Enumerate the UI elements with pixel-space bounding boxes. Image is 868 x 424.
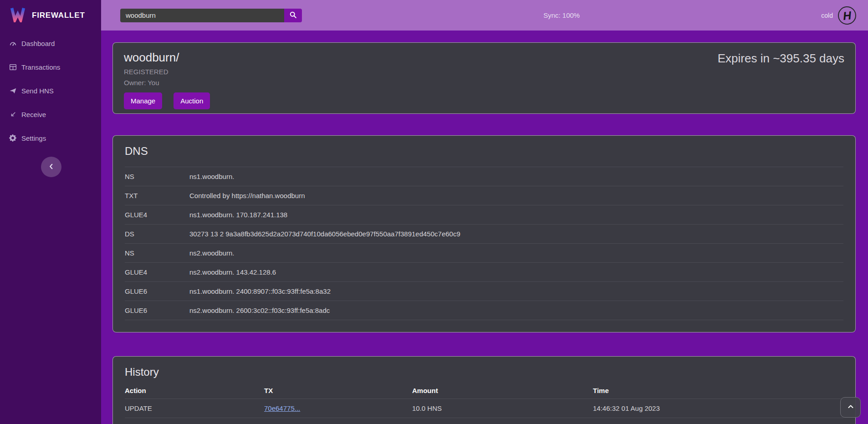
dns-record-row: GLUE4ns1.woodburn. 170.187.241.138 [125,205,843,225]
send-icon [9,87,17,95]
manage-button[interactable]: Manage [124,92,162,109]
wallet-name: cold [821,12,833,19]
receive-icon [9,111,17,118]
dns-record-value: ns1.woodburn. 170.187.241.138 [189,205,843,225]
sync-status: Sync: 100% [302,11,821,19]
main-content: woodburn/ REGISTERED Owner: You Manage A… [101,31,868,424]
dns-record-value: ns1.woodburn. 2400:8907::f03c:93ff:fe5a:… [189,282,843,301]
history-amount: 10.0 HNS [412,418,593,424]
dns-record-type: TXT [125,186,189,205]
history-time: 15:47:00 27 Jul 2023 [593,418,843,424]
sidebar-collapse-button[interactable] [41,157,61,177]
domain-owner: Owner: You [124,79,844,87]
auction-button[interactable]: Auction [174,92,210,109]
dns-record-type: GLUE4 [125,205,189,225]
sidebar-item-send-hns[interactable]: Send HNS [0,79,101,102]
firewallet-logo-icon [9,6,26,24]
gear-icon [9,134,17,142]
search-icon [289,11,297,20]
domain-status: REGISTERED [124,68,844,76]
dns-record-type: GLUE6 [125,301,189,320]
chevron-up-icon [847,403,854,412]
sidebar-item-label: Dashboard [21,40,55,47]
dns-record-value: ns2.woodburn. 2600:3c02::f03c:93ff:fe5a:… [189,301,843,320]
search-button[interactable] [284,9,302,22]
tx-link[interactable]: 70e64775... [264,404,300,412]
history-action: REVEAL [125,418,264,424]
history-column-header: Time [593,383,843,398]
history-table: ActionTXAmountTime UPDATE70e64775...10.0… [125,383,843,424]
dns-record-row: GLUE6ns1.woodburn. 2400:8907::f03c:93ff:… [125,282,843,301]
history-card: History ActionTXAmountTime UPDATE70e6477… [112,356,856,424]
dns-record-value: ns2.woodburn. [189,244,843,263]
dns-record-value: ns2.woodburn. 143.42.128.6 [189,263,843,282]
dns-record-row: GLUE6ns2.woodburn. 2600:3c02::f03c:93ff:… [125,301,843,320]
dns-record-row: NSns2.woodburn. [125,244,843,263]
dns-record-type: NS [125,244,189,263]
sidebar-item-label: Receive [21,111,46,118]
history-amount: 10.0 HNS [412,398,593,418]
topbar: Sync: 100% cold H [101,0,868,31]
dns-record-row: GLUE4ns2.woodburn. 143.42.128.6 [125,263,843,282]
history-time: 14:46:32 01 Aug 2023 [593,398,843,418]
sidebar-item-dashboard[interactable]: Dashboard [0,31,101,55]
sidebar-item-settings[interactable]: Settings [0,126,101,150]
sidebar-item-transactions[interactable]: Transactions [0,55,101,79]
sidebar-item-label: Settings [21,134,46,142]
wallet-info: cold H [821,6,856,25]
dns-card: DNS NSns1.woodburn.TXTControlled by http… [112,135,856,332]
history-row: REVEAL472a3e4...10.0 HNS15:47:00 27 Jul … [125,418,843,424]
scroll-to-top-button[interactable] [840,397,861,418]
handshake-logo-icon: H [837,5,857,26]
dns-record-row: NSns1.woodburn. [125,167,843,186]
dns-title: DNS [125,145,843,158]
search-group [120,9,302,22]
domain-card: woodburn/ REGISTERED Owner: You Manage A… [112,42,856,114]
brand: FIREWALLET [0,0,101,31]
search-input[interactable] [120,9,284,22]
history-column-header: TX [264,383,412,398]
dns-record-value: Controlled by https://nathan.woodburn [189,186,843,205]
history-column-header: Action [125,383,264,398]
dns-record-type: GLUE6 [125,282,189,301]
sidebar-item-receive[interactable]: Receive [0,102,101,126]
dns-record-type: NS [125,167,189,186]
brand-name: FIREWALLET [32,11,85,20]
chevron-left-icon [48,163,55,171]
sidebar-nav: DashboardTransactionsSend HNSReceiveSett… [0,31,101,150]
dns-record-type: DS [125,225,189,244]
history-column-header: Amount [412,383,593,398]
dns-record-type: GLUE4 [125,263,189,282]
dns-record-value: ns1.woodburn. [189,167,843,186]
dns-table: NSns1.woodburn.TXTControlled by https://… [125,167,843,320]
dns-record-row: TXTControlled by https://nathan.woodburn [125,186,843,205]
gauge-icon [9,40,17,47]
history-title: History [125,366,843,378]
sidebar-item-label: Transactions [21,63,60,71]
dns-record-row: DS30273 13 2 9a3a8fb3d625d2a2073d740f10d… [125,225,843,244]
history-row: UPDATE70e64775...10.0 HNS14:46:32 01 Aug… [125,398,843,418]
dns-record-value: 30273 13 2 9a3a8fb3d625d2a2073d740f10da6… [189,225,843,244]
sidebar-item-label: Send HNS [21,87,54,95]
table-icon [9,63,17,71]
domain-actions: Manage Auction [124,92,844,109]
sidebar: FIREWALLET DashboardTransactionsSend HNS… [0,0,101,424]
expiry-text: Expires in ~395.35 days [718,51,844,66]
history-action: UPDATE [125,398,264,418]
